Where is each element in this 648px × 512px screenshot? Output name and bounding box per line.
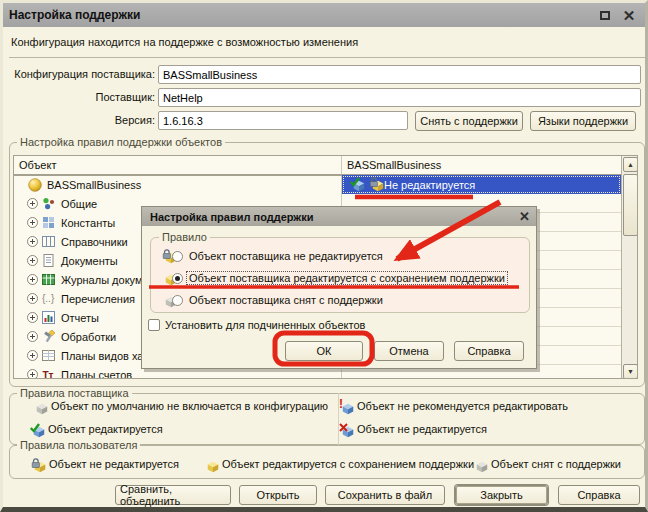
- version-input[interactable]: [158, 111, 408, 130]
- svg-text:{..}: {..}: [42, 293, 55, 304]
- legend-item: Объект не редактируется: [339, 423, 487, 438]
- support-languages-button[interactable]: Языки поддержки: [530, 111, 636, 131]
- cube-yellow-lock-icon: [31, 458, 46, 473]
- tree-item-label: Планы счетов: [61, 369, 132, 380]
- expand-icon[interactable]: [27, 217, 38, 228]
- expand-icon[interactable]: [27, 274, 38, 285]
- tree-item-icon: [42, 330, 57, 343]
- tree-root-label: BASSmallBusiness: [47, 179, 141, 191]
- legend-item: Объект по умолчанию не включается в конф…: [33, 400, 328, 415]
- configuration-root-icon: [28, 178, 43, 192]
- expand-icon[interactable]: [27, 350, 38, 361]
- root-row-status-cell[interactable]: Не редактируется: [342, 175, 621, 194]
- tree-item-label: Перечисления: [61, 293, 135, 305]
- tree-item-icon: [42, 273, 57, 286]
- help-button[interactable]: Справка: [558, 485, 640, 505]
- tree-item-icon: [42, 349, 57, 362]
- tree-item-label: Документы: [61, 255, 118, 267]
- tree-item-icon: {..}: [42, 292, 57, 305]
- dialog-titlebar[interactable]: Настройка правил поддержки: [142, 207, 536, 226]
- cube-yellow-lock-icon: [152, 249, 167, 264]
- table-header: Объект BASSmallBusiness: [14, 156, 621, 175]
- radio-removed-from-support[interactable]: [172, 295, 183, 306]
- cancel-button[interactable]: Отмена: [374, 341, 444, 361]
- remove-support-button[interactable]: Снять с поддержки: [415, 111, 523, 131]
- tree-item-label: Общие: [61, 198, 97, 210]
- tree-item-icon: [42, 311, 57, 324]
- supplier-label: Поставщик:: [9, 91, 155, 103]
- cube-blue-check-icon: [30, 423, 45, 438]
- tree-item-icon: [42, 254, 57, 267]
- tree-root-row[interactable]: BASSmallBusiness: [14, 175, 341, 194]
- column-header-config: BASSmallBusiness: [347, 159, 441, 171]
- separator: [9, 57, 645, 58]
- vertical-scrollbar[interactable]: ▲ ▼: [621, 156, 638, 379]
- legend-item: Объект снят с поддержки: [473, 458, 621, 473]
- scroll-up-icon[interactable]: ▲: [623, 157, 638, 172]
- dialog-help-button[interactable]: Справка: [454, 341, 524, 361]
- version-label: Версия:: [9, 114, 155, 126]
- scrollbar-thumb[interactable]: [623, 174, 638, 236]
- cube-blue-warn-icon: !: [339, 400, 354, 415]
- supplier-config-label: Конфигурация поставщика:: [9, 68, 155, 80]
- window-title: Настройка поддержки: [9, 8, 140, 22]
- tree-item-icon: Тт: [42, 368, 57, 379]
- rule-option-editable-keep-support[interactable]: Объект поставщика редактируется с сохран…: [142, 270, 536, 286]
- column-header-object: Объект: [19, 159, 56, 171]
- tree-item-icon: [42, 235, 57, 248]
- window-titlebar[interactable]: Настройка поддержки: [3, 3, 645, 27]
- tree-item-label: Обработки: [61, 331, 116, 343]
- tree-item-icon: [42, 216, 57, 229]
- support-rules-dialog: Настройка правил поддержки ✕ Правило Объ…: [141, 206, 537, 369]
- close-icon[interactable]: ✕: [621, 7, 637, 23]
- expand-icon[interactable]: [27, 331, 38, 342]
- save-to-file-button[interactable]: Сохранить в файл: [325, 485, 445, 505]
- close-button[interactable]: Закрыть: [455, 485, 548, 505]
- rule-option-removed-from-support[interactable]: Объект поставщика снят с поддержки: [142, 292, 536, 308]
- supplier-input[interactable]: [158, 88, 641, 107]
- cube-blue-x-icon: [339, 423, 354, 438]
- radio-not-editable[interactable]: [172, 251, 183, 262]
- cube-gray-icon: [33, 400, 48, 415]
- open-button[interactable]: Открыть: [239, 485, 317, 505]
- svg-text:Тт: Тт: [43, 370, 54, 380]
- legend-item: Объект не редактируется: [31, 458, 179, 473]
- tree-item-label: Константы: [61, 217, 115, 229]
- expand-icon[interactable]: [27, 369, 38, 379]
- expand-icon[interactable]: [27, 312, 38, 323]
- cube-gray-icon: [473, 458, 488, 473]
- supplier-config-input[interactable]: [158, 65, 641, 84]
- support-status-text: Конфигурация находится на поддержке с во…: [11, 36, 358, 48]
- dialog-title: Настройка правил поддержки: [150, 211, 313, 223]
- root-row-status-text: Не редактируется: [384, 179, 475, 191]
- rule-group-title: Правило: [159, 231, 210, 243]
- legend-item: Объект редактируется с сохранением подде…: [204, 458, 474, 473]
- user-rules-title: Правила пользователя: [17, 439, 140, 451]
- tree-item-label: Справочники: [61, 236, 128, 248]
- dialog-close-icon[interactable]: ✕: [519, 209, 530, 224]
- legend-item: Объект редактируется: [30, 423, 163, 438]
- expand-icon[interactable]: [27, 236, 38, 247]
- cube-gray-icon: [152, 293, 167, 308]
- apply-to-subordinate-label: Установить для подчиненных объектов: [165, 319, 365, 331]
- expand-icon[interactable]: [27, 255, 38, 266]
- supplier-rules-title: Правила поставщика: [17, 387, 132, 399]
- expand-icon[interactable]: [27, 198, 38, 209]
- scroll-down-icon[interactable]: ▼: [623, 364, 638, 379]
- apply-to-subordinate-checkbox[interactable]: [148, 319, 160, 331]
- tree-item-icon: [42, 197, 57, 210]
- tree-item-label: Отчеты: [61, 312, 99, 324]
- object-editable-icon: [346, 177, 361, 192]
- object-not-edited-icon: [365, 177, 380, 192]
- support-settings-window: Настройка поддержки ✕ Конфигурация наход…: [0, 0, 648, 512]
- legend-item: ! Объект не рекомендуется редактировать: [339, 400, 568, 415]
- cube-yellow-icon: [152, 271, 167, 286]
- radio-editable-keep-support[interactable]: [172, 273, 183, 284]
- object-rules-group-title: Настройка правил поддержки объектов: [17, 136, 225, 148]
- maximize-icon[interactable]: [597, 7, 613, 23]
- cube-yellow-icon: [204, 458, 219, 473]
- expand-icon[interactable]: [27, 293, 38, 304]
- compare-merge-button[interactable]: Сравнить, объединить: [115, 485, 231, 505]
- ok-button[interactable]: ОК: [285, 341, 363, 361]
- rule-option-not-editable[interactable]: Объект поставщика не редактируется: [142, 248, 536, 264]
